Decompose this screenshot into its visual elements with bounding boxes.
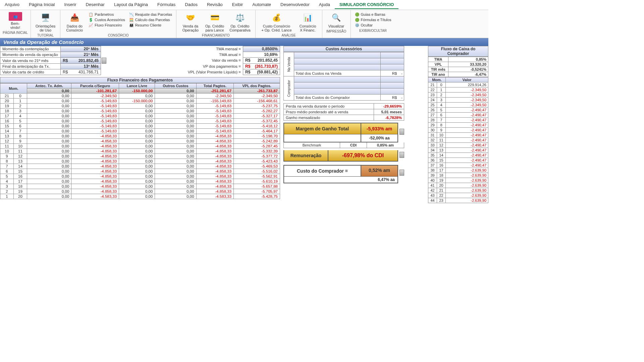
params-left-table: Momento da contemplação20º MêsMomento da… — [0, 46, 107, 75]
mini-icon: 📉 — [129, 12, 134, 17]
menu-tab[interactable]: Inserir — [59, 1, 81, 9]
page-title: Venda da Operação de Consórcio — [0, 38, 488, 46]
ribbon-item[interactable]: 📋Parâmetros — [89, 12, 125, 17]
ribbon-item[interactable]: 📈Fluxo Financeiro — [89, 23, 125, 27]
menu-tab[interactable]: Desenvolvedor — [276, 1, 314, 9]
menu-tab[interactable]: Fórmulas — [153, 1, 180, 9]
rbox-flow: Mom.Valor210229.914,26221-2.349,50232-2.… — [428, 77, 488, 203]
menu-tab[interactable]: Página Inicial — [24, 1, 59, 9]
mini-icon: 📋 — [89, 12, 93, 17]
menu-tab[interactable]: Automate — [248, 1, 276, 9]
ribbon-item[interactable]: 👨‍👩‍👧Resumo Cliente — [129, 23, 172, 27]
ribbon-item[interactable]: 🧮Cálculo das Parcelas — [129, 17, 172, 22]
mini-icon: 📈 — [89, 23, 93, 27]
orientacoes-button[interactable]: 🖥️ Orientações de Uso — [34, 11, 57, 33]
mini-icon: 🟢 — [355, 12, 360, 17]
bem-vindo-button[interactable]: 👥 Bem- vindo! — [4, 11, 27, 30]
fluxo-title: Fluxo Financeiro dos Pagamentos — [0, 77, 280, 83]
menubar: ArquivoPágina InicialInserirDesenharLayo… — [0, 0, 488, 10]
margin-slider[interactable] — [399, 129, 404, 135]
welcome-icon: 👥 — [9, 12, 22, 21]
venda-operacao-button[interactable]: 🤝Venda da Operação — [179, 11, 202, 33]
op-credito-lance-button[interactable]: 💳Op. Crédito para Lance — [203, 11, 226, 33]
monitor-icon: 🖥️ — [40, 12, 51, 23]
ribbon: 👥 Bem- vindo! PÁGINA INICIAL 🖥️ Orientaç… — [0, 10, 488, 38]
menu-tab[interactable]: SIMULADOR CONSÓRCIO — [335, 1, 399, 9]
custos-table: Na Venda Total dos Custos na VendaR$ - C… — [283, 52, 404, 101]
ribbon-item[interactable]: ⚙️Ocultar — [355, 23, 391, 27]
params-right-table: TMA mensal =0,8500%TMA anual =10,69%Valo… — [183, 46, 280, 75]
margem-box: Margem de Ganho Total -5,933% am -52,00%… — [283, 123, 398, 142]
menu-tab[interactable]: Dados — [180, 1, 202, 9]
ribbon-item[interactable]: 📉Reajuste das Parcelas — [129, 12, 172, 17]
buyer-slider[interactable] — [399, 170, 404, 176]
menu-tab[interactable]: Revisão — [202, 1, 227, 9]
fluxo-table: Mom.Antec. Tx. Adm.Parcela c/SeguroLance… — [0, 83, 280, 199]
mini-icon: 🧮 — [129, 17, 134, 22]
benchmark-row: Benchmark CDI 0,85% am — [283, 142, 404, 148]
dados-consorcio-button[interactable]: 📥 Dados do Consórcio — [63, 11, 86, 33]
custo-comprador-box: Custo do Comprador = 0,52% am 6,47% aa — [283, 165, 398, 183]
ribbon-item[interactable]: 💲Custos Acessórios — [89, 17, 125, 22]
menu-tab[interactable]: Desenhar — [81, 1, 109, 9]
menu-tab[interactable]: Arquivo — [0, 1, 24, 9]
magnifier-icon: 🔍 — [331, 12, 342, 23]
chart-icon: 📊 — [302, 12, 314, 23]
visualizar-button[interactable]: 🔍Visualizar — [325, 11, 348, 29]
credit-icon: 💳 — [209, 12, 220, 23]
menu-tab[interactable]: Ajuda — [314, 1, 335, 9]
money-icon: 💰 — [271, 12, 282, 23]
mini-icon: 👨‍👩‍👧 — [129, 23, 134, 27]
mini-icon: ⚙️ — [355, 23, 360, 27]
rbox-summary: TMA0,85%VPL33.320,20TIR mês-0,5241%TIR a… — [428, 57, 488, 77]
custo-consorcio-button[interactable]: 💰Custo Consórcio + Op. Créd. Lance — [258, 11, 295, 33]
op-credito-comp-button[interactable]: ⚖️Op. Crédito Comparativa — [227, 11, 252, 33]
inbox-icon: 📥 — [69, 12, 80, 23]
handshake-icon: 🤝 — [185, 12, 196, 23]
ribbon-item[interactable]: 🟢Fórmulas e Títulos — [355, 17, 391, 22]
ribbon-item[interactable]: 🟢Guias e Barras — [355, 12, 391, 17]
remuneracao-box: Remuneração -697,98% do CDI — [283, 150, 398, 162]
mini-icon: 🟢 — [355, 17, 360, 22]
value-slider[interactable] — [102, 58, 106, 64]
menu-tab[interactable]: Exibir — [227, 1, 248, 9]
mini-icon: 💲 — [89, 17, 93, 22]
remun-slider[interactable] — [399, 152, 404, 158]
kv-table: Perda na venda durante o período-29,6659… — [283, 103, 404, 121]
custos-title: Custos Acessórios — [283, 46, 404, 52]
consorcio-financ-button[interactable]: 📊Consórcio X Financ. — [297, 11, 319, 33]
menu-tab[interactable]: Layout da Página — [109, 1, 153, 9]
rbox-title: Fluxo de Caixa do Comprador — [428, 46, 488, 57]
scale-icon: ⚖️ — [234, 12, 246, 23]
